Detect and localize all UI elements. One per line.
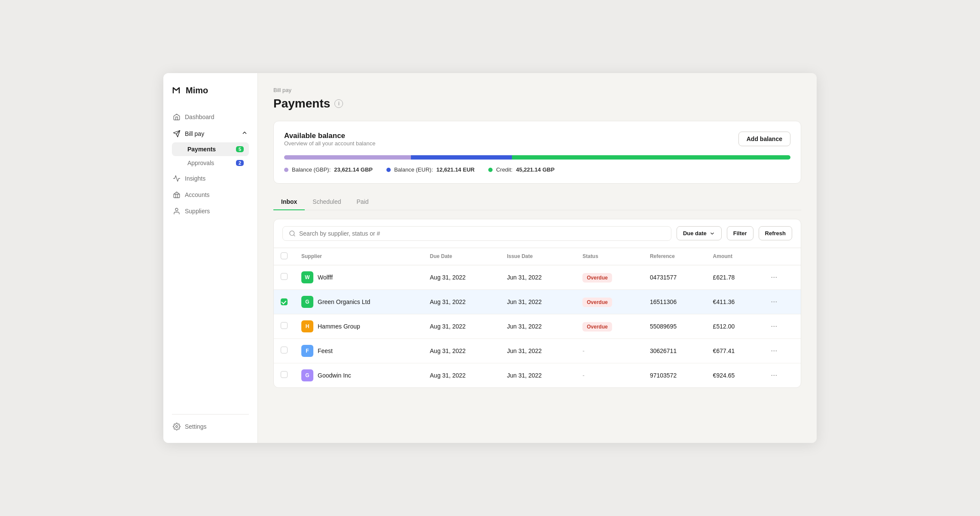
row-checkbox-cell [274,265,294,289]
logo-icon [172,85,182,95]
bank-icon [173,191,181,199]
sidebar-bottom: Settings [163,419,257,434]
supplier-name: Goodwin Inc [318,372,351,379]
chevron-down-icon [709,230,715,236]
table-row: G Goodwin Inc Aug 31, 2022 Jun 31, 2022 … [274,363,801,387]
gear-icon [173,423,181,430]
table-toolbar: Due date Filter Refresh [274,219,801,248]
payments-table: Supplier Due Date Issue Date Status Refe… [274,248,801,387]
supplier-name: Feest [318,347,333,354]
legend-value-eur: 12,621.14 EUR [436,166,475,173]
payments-badge: 5 [236,146,244,152]
bill-pay-subitems: Payments 5 Approvals 2 [168,142,253,170]
filter-button[interactable]: Filter [727,226,753,240]
sidebar-item-approvals[interactable]: Approvals 2 [172,156,249,170]
legend-label-eur: Balance (EUR): [394,166,433,173]
row-checkbox-2[interactable] [281,322,288,329]
legend-credit: Credit: 45,221.14 GBP [488,166,554,173]
payments-table-card: Due date Filter Refresh [273,219,801,388]
row-actions-cell: ··· [761,265,801,289]
status-dash: - [582,372,585,379]
sort-due-date-button[interactable]: Due date [677,226,722,240]
sidebar-item-accounts[interactable]: Accounts [168,187,253,203]
row-status: Overdue [576,314,643,338]
table-row: F Feest Aug 31, 2022 Jun 31, 2022 - 3062… [274,338,801,363]
th-checkbox [274,248,294,265]
sidebar-nav: Dashboard Bill pay Payments [163,109,257,410]
row-more-button[interactable]: ··· [768,272,780,283]
search-input[interactable] [299,230,665,237]
app-container: Mimo Dashboard Bill pay [163,73,817,443]
legend-dot-gbp [284,168,288,172]
breadcrumb: Bill pay [273,87,801,93]
page-area: Bill pay Payments i Available balance Ov… [258,73,817,443]
supplier-avatar: F [301,345,313,357]
main-content: Bill pay Payments i Available balance Ov… [258,73,817,443]
table-row: G Green Organics Ltd Aug 31, 2022 Jun 31… [274,289,801,314]
row-status: - [576,363,643,387]
send-icon [173,130,181,138]
table-row: H Hammes Group Aug 31, 2022 Jun 31, 2022… [274,314,801,338]
home-icon [173,113,181,121]
row-due-date: Aug 31, 2022 [423,363,500,387]
sidebar-item-payments[interactable]: Payments 5 [172,142,249,156]
svg-point-5 [175,208,178,211]
status-badge: Overdue [582,273,612,283]
row-reference: 97103572 [643,363,706,387]
logo-text: Mimo [186,86,208,95]
supplier-name: Green Organics Ltd [318,298,370,305]
sidebar-item-dashboard[interactable]: Dashboard [168,109,253,125]
legend-value-gbp: 23,621.14 GBP [334,166,373,173]
row-reference: 04731577 [643,265,706,289]
tab-paid[interactable]: Paid [349,194,377,210]
person-icon [173,207,181,215]
row-amount: £512.00 [706,314,762,338]
page-title: Payments [273,97,330,111]
row-more-button[interactable]: ··· [768,345,780,356]
th-issue-date: Issue Date [500,248,576,265]
select-all-checkbox[interactable] [281,252,288,259]
sidebar-item-settings-label: Settings [185,423,248,430]
status-badge: Overdue [582,298,612,307]
row-issue-date: Jun 31, 2022 [500,265,576,289]
row-reference: 16511306 [643,289,706,314]
table-body: W Wolfff Aug 31, 2022 Jun 31, 2022 Overd… [274,265,801,387]
row-checkbox-3[interactable] [281,347,288,353]
sidebar-item-accounts-label: Accounts [185,191,248,198]
row-more-button[interactable]: ··· [768,370,780,381]
row-checkbox-0[interactable] [281,273,288,280]
supplier-avatar: W [301,271,313,283]
legend-dot-credit [488,168,493,172]
supplier-name: Hammes Group [318,323,360,330]
sidebar-item-suppliers[interactable]: Suppliers [168,203,253,219]
row-issue-date: Jun 31, 2022 [500,289,576,314]
progress-eur [411,155,512,160]
row-supplier-cell: F Feest [294,338,423,363]
sidebar-item-settings[interactable]: Settings [168,419,253,434]
tab-scheduled[interactable]: Scheduled [305,194,349,210]
sidebar-item-insights[interactable]: Insights [168,171,253,186]
row-more-button[interactable]: ··· [768,296,780,307]
th-amount: Amount [706,248,762,265]
sidebar-item-suppliers-label: Suppliers [185,208,248,215]
add-balance-button[interactable]: Add balance [738,132,790,146]
sidebar-item-bill-pay[interactable]: Bill pay [168,126,253,141]
search-icon [289,230,296,237]
logo: Mimo [163,85,257,109]
row-checkbox-cell [274,314,294,338]
balance-title-group: Available balance Overview of all your a… [284,132,375,154]
refresh-button[interactable]: Refresh [759,226,792,240]
row-status: Overdue [576,265,643,289]
approvals-badge: 2 [236,160,244,166]
row-checkbox-4[interactable] [281,371,288,378]
row-actions-cell: ··· [761,338,801,363]
balance-title: Available balance [284,132,375,140]
info-icon[interactable]: i [334,99,343,108]
row-due-date: Aug 31, 2022 [423,338,500,363]
legend-value-credit: 45,221.14 GBP [516,166,554,173]
tab-inbox[interactable]: Inbox [273,194,305,210]
supplier-avatar: G [301,296,313,308]
row-more-button[interactable]: ··· [768,321,780,332]
row-checkbox-1[interactable] [281,298,288,305]
row-reference: 30626711 [643,338,706,363]
